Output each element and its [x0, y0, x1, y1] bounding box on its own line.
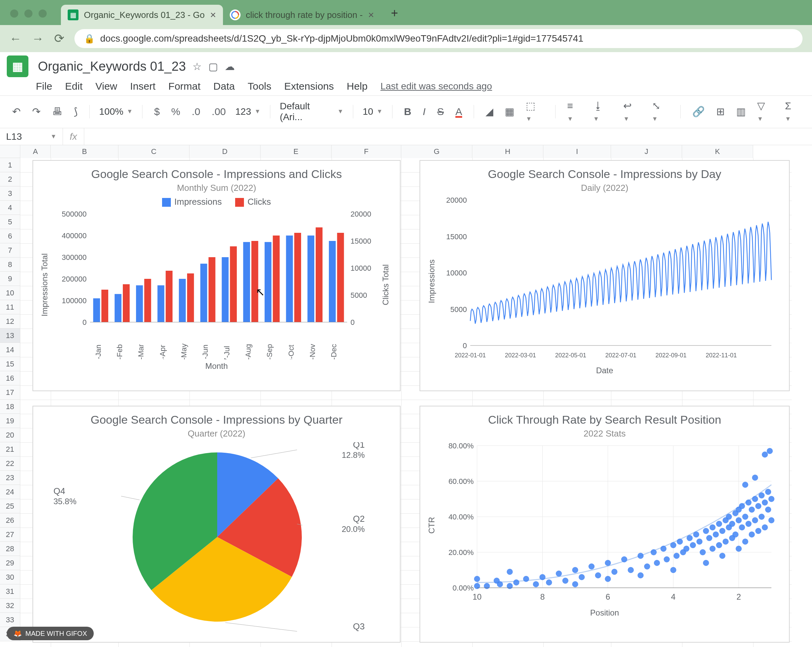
- row-header-9[interactable]: 9: [0, 272, 20, 286]
- fill-color-button[interactable]: ◢: [484, 104, 495, 119]
- row-header-20[interactable]: 20: [0, 428, 20, 442]
- increase-decimal-button[interactable]: .00: [210, 105, 228, 119]
- column-header-E[interactable]: E: [261, 145, 331, 158]
- column-header-K[interactable]: K: [682, 145, 753, 158]
- print-button[interactable]: 🖶: [50, 105, 64, 119]
- row-header-17[interactable]: 17: [0, 385, 20, 400]
- menu-edit[interactable]: Edit: [65, 81, 82, 92]
- row-header-2[interactable]: 2: [0, 172, 20, 186]
- row-header-25[interactable]: 25: [0, 499, 20, 513]
- chart-ctr-by-position[interactable]: Click Through Rate by Search Result Posi…: [420, 406, 790, 642]
- row-header-23[interactable]: 23: [0, 471, 20, 485]
- row-header-11[interactable]: 11: [0, 300, 20, 314]
- insert-comment-button[interactable]: ⊞: [714, 104, 727, 119]
- sheets-logo-icon[interactable]: ▦: [7, 55, 28, 77]
- menu-file[interactable]: File: [36, 81, 52, 92]
- row-header-14[interactable]: 14: [0, 343, 20, 357]
- formula-input[interactable]: [84, 128, 812, 145]
- row-header-10[interactable]: 10: [0, 286, 20, 300]
- row-header-32[interactable]: 32: [0, 599, 20, 613]
- menu-insert[interactable]: Insert: [130, 81, 156, 92]
- last-edit-link[interactable]: Last edit was seconds ago: [380, 81, 492, 92]
- row-header-28[interactable]: 28: [0, 542, 20, 556]
- close-window-button[interactable]: [10, 9, 18, 18]
- redo-button[interactable]: ↷: [30, 104, 43, 119]
- row-header-22[interactable]: 22: [0, 456, 20, 471]
- row-header-24[interactable]: 24: [0, 485, 20, 499]
- filter-button[interactable]: ▽ ▼: [755, 98, 775, 125]
- decrease-decimal-button[interactable]: .0: [190, 105, 202, 119]
- chart-impressions-clicks[interactable]: Google Search Console - Impressions and …: [32, 160, 401, 391]
- row-header-8[interactable]: 8: [0, 258, 20, 272]
- row-header-16[interactable]: 16: [0, 371, 20, 385]
- row-header-27[interactable]: 27: [0, 528, 20, 542]
- horizontal-align-button[interactable]: ≡ ▼: [565, 99, 584, 125]
- address-bar[interactable]: 🔒 docs.google.com/spreadsheets/d/1S2Q_yb…: [75, 29, 803, 48]
- name-box[interactable]: L13▼: [0, 128, 63, 145]
- row-header-30[interactable]: 30: [0, 570, 20, 584]
- text-color-button[interactable]: A: [453, 105, 464, 119]
- bold-button[interactable]: B: [402, 105, 414, 119]
- row-header-13[interactable]: 13: [0, 328, 20, 343]
- row-header-7[interactable]: 7: [0, 243, 20, 258]
- number-format-select[interactable]: 123▼: [235, 106, 261, 117]
- row-header-6[interactable]: 6: [0, 229, 20, 243]
- italic-button[interactable]: I: [421, 105, 427, 119]
- row-header-33[interactable]: 33: [0, 613, 20, 627]
- font-family-select[interactable]: Default (Ari...▼: [280, 101, 343, 122]
- paint-format-button[interactable]: ⟆: [72, 104, 80, 119]
- row-header-15[interactable]: 15: [0, 357, 20, 371]
- text-wrap-button[interactable]: ↩ ▼: [621, 98, 642, 125]
- menu-help[interactable]: Help: [347, 81, 368, 92]
- row-header-1[interactable]: 1: [0, 158, 20, 172]
- currency-button[interactable]: $: [152, 105, 162, 119]
- row-header-21[interactable]: 21: [0, 442, 20, 456]
- column-header-G[interactable]: G: [401, 145, 472, 158]
- vertical-align-button[interactable]: ⭳ ▼: [591, 99, 614, 125]
- maximize-window-button[interactable]: [38, 9, 47, 18]
- column-header-D[interactable]: D: [189, 145, 261, 158]
- row-header-5[interactable]: 5: [0, 215, 20, 229]
- column-header-I[interactable]: I: [543, 145, 611, 158]
- new-tab-button[interactable]: +: [391, 6, 398, 20]
- insert-chart-button[interactable]: ▥: [734, 104, 748, 119]
- close-tab-icon[interactable]: ×: [368, 9, 374, 21]
- close-tab-icon[interactable]: ×: [210, 9, 216, 21]
- back-button[interactable]: ←: [9, 32, 21, 46]
- move-icon[interactable]: ▢: [208, 61, 218, 72]
- cloud-status-icon[interactable]: ☁: [224, 61, 235, 72]
- browser-tab-inactive[interactable]: click through rate by position - ×: [223, 5, 381, 25]
- row-header-31[interactable]: 31: [0, 584, 20, 599]
- font-size-select[interactable]: 10▼: [363, 106, 383, 117]
- menu-data[interactable]: Data: [214, 81, 235, 92]
- row-header-26[interactable]: 26: [0, 513, 20, 528]
- row-header-4[interactable]: 4: [0, 201, 20, 215]
- document-title[interactable]: Organic_Keywords 01_23: [38, 59, 186, 74]
- menu-view[interactable]: View: [95, 81, 117, 92]
- row-header-29[interactable]: 29: [0, 556, 20, 570]
- select-all-corner[interactable]: [0, 145, 20, 158]
- row-header-18[interactable]: 18: [0, 400, 20, 414]
- column-header-B[interactable]: B: [51, 145, 118, 158]
- row-header-3[interactable]: 3: [0, 186, 20, 201]
- column-header-C[interactable]: C: [118, 145, 189, 158]
- merge-cells-button[interactable]: ⬚ ▼: [524, 98, 546, 125]
- borders-button[interactable]: ▦: [503, 104, 516, 119]
- insert-link-button[interactable]: 🔗: [690, 104, 707, 119]
- column-header-F[interactable]: F: [331, 145, 401, 158]
- reload-button[interactable]: ⟳: [54, 32, 64, 46]
- undo-button[interactable]: ↶: [10, 104, 23, 119]
- minimize-window-button[interactable]: [24, 9, 32, 18]
- star-icon[interactable]: ☆: [192, 61, 201, 72]
- spreadsheet-grid[interactable]: 1234567891011121314151617181920212223242…: [0, 158, 812, 647]
- chart-impressions-by-quarter[interactable]: Google Search Console - Impressions by Q…: [32, 406, 401, 642]
- menu-format[interactable]: Format: [168, 81, 201, 92]
- zoom-select[interactable]: 100%▼: [99, 106, 133, 117]
- text-rotation-button[interactable]: ⤡ ▼: [650, 98, 671, 125]
- row-header-19[interactable]: 19: [0, 414, 20, 428]
- strikethrough-button[interactable]: S: [435, 105, 446, 119]
- percent-button[interactable]: %: [169, 105, 182, 119]
- browser-tab-active[interactable]: ▦ Organic_Keywords 01_23 - Go ×: [61, 5, 223, 25]
- menu-extensions[interactable]: Extensions: [284, 81, 334, 92]
- chart-impressions-by-day[interactable]: Google Search Console - Impressions by D…: [420, 160, 790, 391]
